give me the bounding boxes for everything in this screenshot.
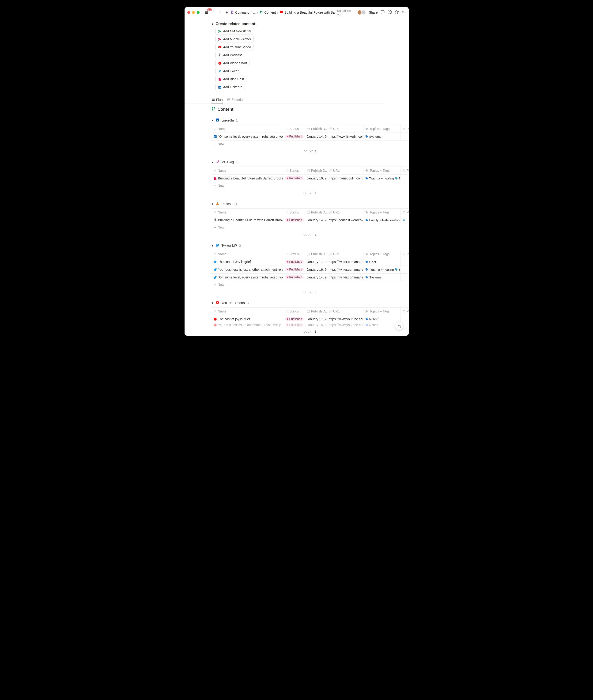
row-url[interactable]: https://mariepoulin.com/blog/ — [327, 175, 363, 182]
row-url[interactable]: https://twitter.com/mariepouli — [327, 258, 363, 265]
topbar: 15 ok Company / ... / Content / Building… — [185, 7, 409, 17]
status-prop-icon — [285, 252, 288, 256]
add-button-add-video-short[interactable]: Add Video Short — [215, 60, 250, 66]
breadcrumb-ellipsis[interactable]: ... — [253, 10, 256, 14]
tag-item[interactable]: Systems — [365, 275, 382, 279]
comments-button[interactable] — [381, 10, 385, 15]
minimize-window[interactable] — [192, 11, 195, 14]
group-name: LinkedIn — [221, 118, 234, 122]
tag-item[interactable]: Grief — [365, 260, 376, 264]
table-row-truncated: Your business is an attachment relations… — [211, 323, 409, 328]
svg-rect-5 — [260, 10, 261, 11]
add-button-add-nm-newsletter[interactable]: Add NM Newsletter — [215, 28, 254, 35]
nav-forward[interactable] — [218, 10, 223, 14]
table-row[interactable]: Your business is just another attachment… — [211, 266, 409, 273]
svg-rect-69 — [307, 253, 310, 255]
favorite-button[interactable] — [395, 10, 399, 15]
chevron-down-icon: ▼ — [211, 119, 214, 122]
tab-editorial[interactable]: Editorial — [227, 97, 244, 103]
chevron-down-icon: ▼ — [211, 203, 214, 205]
table-row[interactable]: Building a Beautiful Future with Barrett… — [211, 216, 409, 224]
ai-fab[interactable] — [395, 322, 403, 330]
row-extra — [400, 315, 409, 323]
new-row-button[interactable]: New — [211, 224, 409, 231]
x-mark-icon — [218, 69, 222, 73]
close-window[interactable] — [187, 11, 190, 14]
row-tags: Systems — [363, 273, 400, 281]
group-youtube-shorts: ▼ YouTube Shorts 3 Name Status Publish D… — [185, 300, 409, 336]
breadcrumb: ok Company / ... / Content / Building a … — [231, 10, 336, 14]
table-row[interactable]: Building a beautiful future with Barrett… — [211, 175, 409, 182]
new-row-button[interactable]: New — [211, 182, 409, 189]
add-button-label: Add Blog Post — [223, 77, 244, 81]
add-button-add-linkedin[interactable]: inAdd LinkedIn — [215, 84, 245, 90]
new-row-button[interactable]: New — [211, 141, 409, 147]
maximize-window[interactable] — [197, 11, 200, 14]
row-title: Building a beautiful future with Barrett… — [218, 176, 283, 180]
tag-item[interactable] — [402, 219, 405, 222]
tag-item[interactable]: Notion — [365, 318, 379, 321]
tag-item[interactable]: Fam — [395, 268, 400, 271]
svg-point-38 — [403, 128, 404, 129]
tag-item[interactable]: Trauma + healing — [365, 268, 394, 271]
database-title[interactable]: Content — [185, 104, 409, 114]
group-header[interactable]: ▼ YouTube Shorts 3 — [211, 300, 409, 306]
updates-button[interactable] — [388, 10, 392, 15]
group-header[interactable]: ▼ MP Blog 1 — [211, 159, 409, 165]
date-prop-icon — [307, 127, 310, 131]
chevron-down-icon: ▼ — [211, 23, 214, 25]
tag-item[interactable]: Systems — [365, 135, 382, 138]
table-row[interactable]: The cost of joy is grief Published Janua… — [211, 315, 409, 323]
presence-avatars[interactable] — [357, 10, 366, 15]
row-url[interactable]: https://www.youtube.com/sho — [327, 315, 363, 323]
tag-item[interactable]: Me — [395, 177, 400, 180]
group-header[interactable]: ▼ in LinkedIn 1 — [211, 117, 409, 123]
add-button-label: Add LinkedIn — [223, 85, 242, 89]
svg-point-85 — [366, 310, 366, 311]
row-extra — [400, 258, 409, 265]
group-header[interactable]: ▼ Twitter MP 3 — [211, 243, 409, 249]
row-url[interactable]: https://twitter.com/mariepouli — [327, 273, 363, 281]
row-url[interactable]: https://www.linkedin.com/pos — [327, 133, 363, 140]
svg-point-51 — [366, 177, 366, 178]
add-button-add-youtube-video[interactable]: Add Youtube Video — [215, 44, 254, 50]
svg-rect-7 — [260, 12, 261, 13]
group-twitter-mp: ▼ Twitter MP 3 Name Status Publish D... … — [185, 243, 409, 296]
date-prop-icon — [307, 252, 310, 256]
table-row[interactable]: "On some level, every system robs you of… — [211, 273, 409, 281]
svg-rect-26 — [212, 100, 214, 101]
add-button-add-blog-post[interactable]: Add Blog Post — [215, 76, 247, 82]
add-button-add-tweet[interactable]: Add Tweet — [215, 68, 241, 74]
sidebar-toggle[interactable]: 15 — [203, 10, 209, 15]
create-content-toggle[interactable]: ▼ Create related content: — [185, 22, 409, 28]
tag-item[interactable]: Trauma + healing — [365, 177, 394, 180]
svg-point-60 — [366, 211, 366, 212]
svg-rect-30 — [214, 107, 215, 108]
play-circle-icon — [213, 318, 217, 321]
content-page-icon — [259, 10, 263, 14]
new-page-button[interactable] — [224, 10, 230, 15]
row-url[interactable]: https://podcast.weareokidoki. — [327, 216, 363, 224]
breadcrumb-page[interactable]: Building a Beautiful Future with Bar... — [284, 10, 336, 14]
add-button-list: Add NM NewsletterAdd MP NewsletterAdd Yo… — [185, 28, 409, 97]
add-button-add-mp-newsletter[interactable]: Add MP Newsletter — [215, 36, 254, 42]
table-row[interactable]: in"On some level, every system robs you … — [211, 133, 409, 141]
nav-back[interactable] — [211, 10, 216, 14]
svg-text:in: in — [216, 119, 218, 121]
share-button[interactable]: Share — [369, 10, 378, 14]
group-header[interactable]: ▼ Podcast 1 — [211, 201, 409, 207]
breadcrumb-content[interactable]: Content — [264, 10, 276, 14]
svg-point-55 — [217, 204, 218, 204]
youtube-icon — [279, 10, 283, 14]
table-row[interactable]: The cost of Joy is grief Published Janua… — [211, 258, 409, 266]
add-button-add-podcast[interactable]: Add Podcast — [215, 52, 244, 59]
people-prop-icon — [402, 252, 406, 256]
new-row-button[interactable]: New — [211, 281, 409, 288]
breadcrumb-company[interactable]: Company — [235, 10, 249, 14]
more-button[interactable] — [402, 10, 406, 15]
tab-plan[interactable]: Plan — [211, 97, 223, 103]
toggle-title: Create related content: — [215, 22, 256, 26]
row-url[interactable]: https://twitter.com/mariepouli — [327, 266, 363, 273]
svg-rect-25 — [212, 100, 214, 100]
tag-item[interactable]: Family + Relationships — [365, 218, 400, 222]
